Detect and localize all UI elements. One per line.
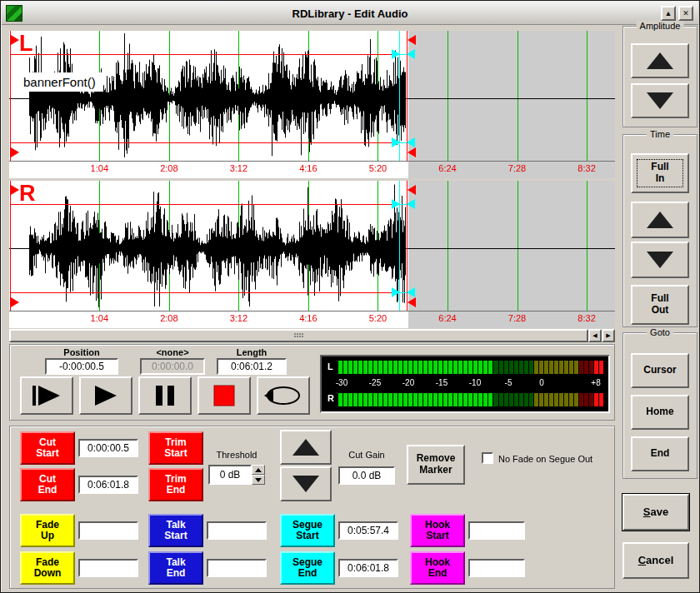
goto-home-button[interactable]: Home — [631, 395, 689, 430]
time-zoom-in-button[interactable] — [631, 202, 689, 238]
scrollbar-thumb[interactable] — [9, 329, 588, 342]
meter-segment — [589, 361, 593, 374]
meter-segment — [423, 393, 428, 406]
time-tick-label: 2:08 — [160, 163, 178, 173]
time-tick-label: 3:12 — [230, 313, 248, 323]
threshold-spinbox[interactable] — [208, 465, 265, 485]
cancel-button-label: Cancel — [638, 555, 674, 567]
amplitude-group: Amplitude — [622, 26, 698, 127]
waveform-canvas-right[interactable] — [9, 181, 615, 328]
loop-button[interactable] — [257, 376, 310, 415]
goto-cursor-button[interactable]: Cursor — [631, 353, 689, 388]
stop-button[interactable] — [198, 376, 251, 415]
time-full-out-button[interactable]: Full Out — [631, 285, 689, 325]
threshold-value-field[interactable] — [208, 465, 252, 485]
time-tick-label: 7:28 — [508, 313, 526, 323]
spin-up-button[interactable] — [252, 465, 265, 475]
meter-segment — [468, 361, 472, 374]
meter-segment — [343, 393, 348, 406]
position-label: Position — [45, 347, 118, 357]
segue-end-field[interactable] — [338, 559, 398, 577]
gain-down-button[interactable] — [280, 466, 332, 501]
no-fade-label: No Fade on Segue Out — [498, 454, 607, 464]
meter-segment — [393, 361, 398, 374]
meter-scale-label: +8 — [591, 378, 600, 387]
time-zoom-out-button[interactable] — [631, 242, 689, 278]
remove-marker-button[interactable]: Remove Marker — [407, 445, 465, 485]
meter-segment — [584, 361, 588, 374]
meter-segment — [499, 393, 503, 406]
meter-segment — [559, 361, 563, 374]
meter-segment — [544, 393, 548, 406]
meter-segment — [488, 361, 492, 374]
talk-start-button[interactable]: Talk Start — [148, 514, 203, 547]
amplitude-up-button[interactable] — [631, 43, 689, 78]
trim-end-button[interactable]: Trim End — [148, 468, 203, 501]
meter-segment — [524, 393, 528, 406]
fade-down-field[interactable] — [78, 559, 138, 577]
shade-button[interactable]: ▲ — [661, 6, 676, 21]
meter-segment — [383, 361, 388, 374]
meter-segment — [564, 361, 568, 374]
cut-start-field[interactable] — [78, 439, 138, 457]
talk-end-field[interactable] — [207, 559, 267, 577]
hook-start-button[interactable]: Hook Start — [410, 514, 465, 547]
no-fade-checkbox[interactable] — [482, 452, 493, 464]
cancel-button[interactable]: Cancel — [622, 542, 689, 579]
spin-down-button[interactable] — [252, 475, 265, 485]
waveform-scrollbar[interactable]: ◀ ▶ — [9, 329, 615, 342]
meter-segment — [584, 393, 588, 406]
save-button[interactable]: Save — [622, 494, 689, 531]
amplitude-down-button[interactable] — [631, 83, 689, 118]
time-tick-label: 4:16 — [299, 163, 317, 173]
time-full-in-button[interactable]: Full In — [631, 153, 689, 193]
meter-segment — [373, 393, 378, 406]
segue-end-button[interactable]: Segue End — [280, 551, 335, 585]
meter-segment — [358, 361, 362, 374]
pause-button[interactable] — [138, 376, 192, 415]
meter-segment — [549, 393, 553, 406]
waveform-canvas-left[interactable] — [9, 31, 615, 178]
time-tick-label: 2:08 — [160, 313, 178, 323]
cut-start-button[interactable]: Cut Start — [20, 431, 75, 465]
close-icon: ✕ — [682, 10, 689, 17]
gain-up-button[interactable] — [280, 430, 332, 465]
close-button[interactable]: ✕ — [678, 6, 693, 21]
scroll-left-button[interactable]: ◀ — [588, 329, 602, 342]
cut-gain-field[interactable] — [338, 466, 395, 485]
fade-up-button[interactable]: Fade Up — [20, 514, 75, 547]
position-field[interactable] — [45, 358, 118, 375]
hook-end-field[interactable] — [468, 559, 525, 577]
length-field[interactable] — [217, 358, 287, 375]
scroll-right-button[interactable]: ▶ — [602, 329, 615, 342]
play-button[interactable] — [79, 376, 132, 415]
fade-down-button[interactable]: Fade Down — [20, 551, 75, 585]
spin-down-icon — [255, 478, 262, 482]
meter-segment — [473, 361, 478, 374]
goto-end-button[interactable]: End — [631, 436, 689, 471]
meter-segment — [368, 361, 372, 374]
talk-start-field[interactable] — [207, 521, 267, 540]
amplitude-group-title: Amplitude — [637, 21, 684, 31]
segue-start-field[interactable] — [338, 521, 398, 540]
hook-end-button[interactable]: Hook End — [410, 551, 465, 585]
up-arrow-icon — [646, 211, 674, 229]
meter-segment — [504, 361, 508, 374]
time-tick-label: 7:28 — [508, 163, 526, 173]
time-axis-left: 1:042:083:124:165:206:247:288:32 — [9, 161, 615, 177]
cut-end-field[interactable] — [78, 476, 138, 494]
meter-segment — [594, 393, 598, 406]
cut-end-button[interactable]: Cut End — [20, 468, 75, 501]
meter-segment — [353, 361, 358, 374]
segue-start-button[interactable]: Segue Start — [280, 514, 335, 547]
fade-up-field[interactable] — [78, 521, 138, 540]
talk-end-button[interactable]: Talk End — [148, 551, 203, 585]
titlebar[interactable]: RDLibrary - Edit Audio ▲ ✕ — [2, 2, 698, 25]
channel-label-right: R — [19, 181, 36, 207]
hook-start-field[interactable] — [468, 521, 525, 540]
time-tick-label: 3:12 — [230, 163, 248, 173]
play-from-start-button[interactable] — [20, 376, 73, 415]
trim-start-button[interactable]: Trim Start — [148, 431, 203, 465]
meter-segment — [458, 361, 462, 374]
meter-segment — [524, 361, 528, 374]
